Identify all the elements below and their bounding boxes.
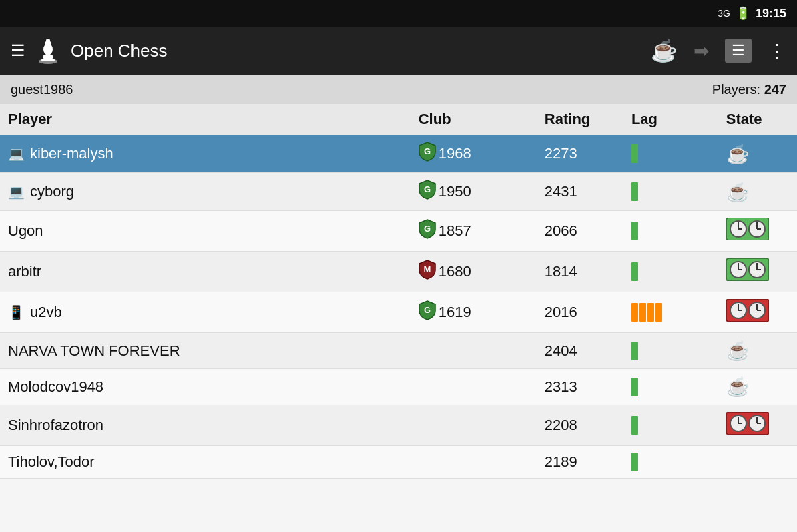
club-cell (411, 446, 537, 479)
club-shield-icon: G (419, 142, 436, 166)
coffee-icon[interactable]: ☕ (651, 38, 678, 63)
player-name: Sinhrofazotron (8, 417, 103, 434)
app-title: Open Chess (71, 41, 643, 61)
lag-cell (623, 135, 718, 173)
column-header-rating: Rating (537, 104, 623, 135)
player-name: kiber-malysh (30, 145, 113, 162)
forward-icon[interactable]: ➡ (694, 40, 709, 62)
state-cell (718, 211, 797, 252)
player-cell: 💻cyborg (0, 173, 411, 211)
battery-icon: 🔋 (736, 6, 750, 21)
rating-cell: 2404 (537, 333, 623, 369)
column-header-lag: Lag (623, 104, 718, 135)
club-cell: G 1950 (411, 173, 537, 211)
club-cell: M 1680 (411, 252, 537, 292)
column-header-club: Club (411, 104, 537, 135)
lag-cell (623, 369, 718, 405)
player-name: Tiholov,Todor (8, 453, 95, 471)
player-cell: 💻kiber-malysh (0, 135, 411, 173)
lag-bar-indicator (655, 303, 662, 322)
lag-bar-indicator (631, 144, 638, 163)
lag-cell (623, 252, 718, 292)
club-shield-icon: G (419, 300, 436, 324)
lag-bar-indicator (631, 453, 638, 471)
club-rating: 1968 (439, 145, 471, 162)
table-row[interactable]: 💻cyborg G 19502431☕ (0, 173, 797, 211)
lag-bar-indicator (631, 262, 638, 281)
player-cell: NARVA TOWN FOREVER (0, 333, 411, 369)
svg-text:M: M (423, 264, 431, 274)
state-icon (726, 227, 769, 244)
rating-cell: 2208 (537, 405, 623, 446)
table-row[interactable]: 📱u2vb G 16192016 (0, 292, 797, 333)
rating-cell: 1814 (537, 252, 623, 292)
club-cell: G 1857 (411, 211, 537, 252)
lag-bar-indicator (631, 378, 638, 396)
lag-cell (623, 173, 718, 211)
club-rating: 1950 (439, 183, 471, 200)
lag-bar-indicator (631, 342, 638, 360)
player-cell: Tiholov,Todor (0, 446, 411, 479)
player-cell: Ugon (0, 211, 411, 252)
players-info: Players: 247 (712, 82, 786, 97)
lag-cell (623, 405, 718, 446)
svg-text:G: G (424, 305, 431, 315)
club-cell: G 1968 (411, 135, 537, 173)
club-rating: 1680 (439, 263, 471, 280)
svg-text:G: G (424, 224, 431, 234)
lag-bar-indicator (639, 303, 646, 322)
user-bar: guest1986 Players: 247 (0, 75, 797, 104)
more-options-icon[interactable]: ⋮ (768, 40, 786, 62)
state-cell: ☕ (718, 135, 797, 173)
time-display: 19:15 (756, 7, 786, 21)
table-row[interactable]: Molodcov19482313☕ (0, 369, 797, 405)
state-icon: ☕ (726, 340, 750, 361)
player-name: u2vb (30, 304, 62, 321)
svg-text:G: G (424, 184, 431, 194)
state-icon (726, 421, 769, 438)
lag-bar-indicator (631, 222, 638, 240)
lag-cell (623, 446, 718, 479)
username-label: guest1986 (11, 82, 73, 97)
player-cell: Molodcov1948 (0, 369, 411, 405)
state-cell: ☕ (718, 173, 797, 211)
rating-cell: 2431 (537, 173, 623, 211)
lag-bar-indicator (631, 303, 638, 322)
column-header-state: State (718, 104, 797, 135)
state-cell (718, 252, 797, 292)
club-shield-icon: G (419, 219, 436, 243)
state-cell: ☕ (718, 369, 797, 405)
svg-rect-2 (43, 55, 53, 59)
state-icon (726, 268, 769, 284)
svg-text:G: G (424, 146, 431, 156)
state-cell: ☕ (718, 333, 797, 369)
club-shield-icon: M (419, 260, 436, 284)
player-name: Molodcov1948 (8, 378, 103, 396)
column-header-player: Player (0, 104, 411, 135)
table-row[interactable]: Ugon G 18572066 (0, 211, 797, 252)
player-cell: arbitr (0, 252, 411, 292)
table-row[interactable]: Tiholov,Todor2189 (0, 446, 797, 479)
lag-bar-indicator (631, 182, 638, 201)
table-row[interactable]: NARVA TOWN FOREVER2404☕ (0, 333, 797, 369)
state-icon: ☕ (726, 376, 750, 397)
players-table: Player Club Rating Lag State 💻kiber-maly… (0, 104, 797, 479)
table-row[interactable]: Sinhrofazotron2208 (0, 405, 797, 446)
device-icon: 📱 (8, 304, 25, 320)
table-row[interactable]: 💻kiber-malysh G 19682273☕ (0, 135, 797, 173)
table-row[interactable]: arbitr M 16801814 (0, 252, 797, 292)
lag-cell (623, 211, 718, 252)
club-cell (411, 333, 537, 369)
player-cell: Sinhrofazotron (0, 405, 411, 446)
status-bar: 3G 🔋 19:15 (0, 0, 797, 27)
rating-cell: 2016 (537, 292, 623, 333)
state-icon: ☕ (726, 182, 750, 202)
player-name: cyborg (30, 183, 74, 200)
lag-cell (623, 333, 718, 369)
filter-icon[interactable]: ☰ (725, 39, 752, 63)
rating-cell: 2189 (537, 446, 623, 479)
club-rating: 1857 (439, 222, 471, 240)
hamburger-menu-icon[interactable]: ☰ (11, 41, 25, 60)
rating-cell: 2273 (537, 135, 623, 173)
player-name: NARVA TOWN FOREVER (8, 342, 180, 360)
